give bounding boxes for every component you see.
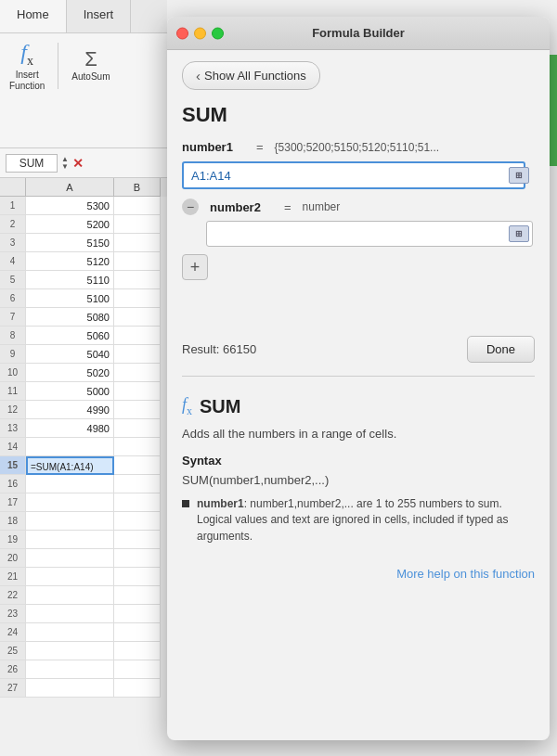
cell-a17[interactable] xyxy=(26,493,114,512)
cell-a7[interactable]: 5080 xyxy=(26,308,114,327)
cell-b15[interactable] xyxy=(114,456,161,475)
cell-a23[interactable] xyxy=(26,605,114,623)
cancel-formula-button[interactable]: ✕ xyxy=(72,156,84,171)
row-number: 3 xyxy=(0,234,26,252)
done-button[interactable]: Done xyxy=(467,336,535,363)
cell-a11[interactable]: 5000 xyxy=(26,382,114,401)
table-row: 3 5150 xyxy=(0,234,167,252)
bullet-text-1: number1: number1,number2,... are 1 to 25… xyxy=(197,496,535,545)
cell-a19[interactable] xyxy=(26,531,114,549)
cell-b9[interactable] xyxy=(114,345,161,364)
cell-b3[interactable] xyxy=(114,234,161,252)
cell-a8[interactable]: 5060 xyxy=(26,327,114,345)
cell-b1[interactable] xyxy=(114,197,161,215)
row-number: 1 xyxy=(0,197,26,215)
tab-insert[interactable]: Insert xyxy=(67,0,132,32)
cell-a18[interactable] xyxy=(26,512,114,531)
row-number: 19 xyxy=(0,531,26,549)
cell-a10[interactable]: 5020 xyxy=(26,364,114,382)
table-row: 10 5020 xyxy=(0,364,167,382)
grid-column-headers: A B xyxy=(0,178,167,197)
help-function-title: fx SUM xyxy=(182,395,535,418)
cell-a20[interactable] xyxy=(26,549,114,568)
dialog-titlebar: Formula Builder xyxy=(167,17,550,50)
cell-a24[interactable] xyxy=(26,623,114,642)
cell-b10[interactable] xyxy=(114,364,161,382)
cell-ref-icon-symbol-2: ⊞ xyxy=(515,229,523,238)
fx-help-icon: fx xyxy=(182,395,192,418)
row-number: 26 xyxy=(0,660,26,679)
arg1-input[interactable] xyxy=(182,161,525,189)
show-all-functions-button[interactable]: Show All Functions xyxy=(182,61,320,90)
cell-a1[interactable]: 5300 xyxy=(26,197,114,215)
cell-b6[interactable] xyxy=(114,289,161,308)
arg2-input-wrapper: ⊞ xyxy=(206,221,535,247)
cell-name-display: SUM xyxy=(6,154,58,173)
cell-a2[interactable]: 5200 xyxy=(26,215,114,234)
cell-b11[interactable] xyxy=(114,382,161,401)
table-row: 7 5080 xyxy=(0,308,167,327)
cell-arrows[interactable]: ▲▼ xyxy=(61,156,69,171)
cell-b5[interactable] xyxy=(114,271,161,289)
table-row: 8 5060 xyxy=(0,327,167,345)
formula-builder-dialog: Formula Builder Show All Functions SUM n… xyxy=(167,17,550,740)
cell-a22[interactable] xyxy=(26,586,114,605)
insert-function-button[interactable]: fx InsertFunction xyxy=(9,41,45,92)
table-row: 14 xyxy=(0,438,167,456)
table-row: 16 xyxy=(0,475,167,493)
arg1-cell-ref-icon[interactable]: ⊞ xyxy=(509,167,529,184)
cell-b7[interactable] xyxy=(114,308,161,327)
cell-a3[interactable]: 5150 xyxy=(26,234,114,252)
cell-a15-formula[interactable]: =SUM(A1:A14) xyxy=(26,456,114,475)
cell-b12[interactable] xyxy=(114,401,161,419)
arg2-equals: = xyxy=(284,200,291,214)
cell-a14[interactable] xyxy=(26,438,114,456)
tab-home[interactable]: Home xyxy=(0,0,67,32)
cell-a16[interactable] xyxy=(26,475,114,493)
window-controls xyxy=(176,27,224,39)
cell-a21[interactable] xyxy=(26,568,114,586)
close-button[interactable] xyxy=(176,27,188,39)
help-description: Adds all the numbers in a range of cells… xyxy=(182,426,535,442)
minimize-button[interactable] xyxy=(194,27,206,39)
row-number: 18 xyxy=(0,512,26,531)
toolbar-divider-1 xyxy=(58,43,58,89)
row-number: 16 xyxy=(0,475,26,493)
sigma-icon: Σ xyxy=(84,49,97,70)
table-row: 27 xyxy=(0,679,167,698)
remove-arg-button[interactable]: − xyxy=(182,199,199,215)
cell-a12[interactable]: 4990 xyxy=(26,401,114,419)
cell-b2[interactable] xyxy=(114,215,161,234)
cell-a26[interactable] xyxy=(26,660,114,679)
cell-a4[interactable]: 5120 xyxy=(26,252,114,271)
cell-a27[interactable] xyxy=(26,679,114,698)
cell-b13[interactable] xyxy=(114,419,161,438)
more-help-link[interactable]: More help on this function xyxy=(396,567,535,581)
row-number: 23 xyxy=(0,605,26,623)
add-argument-button[interactable]: + xyxy=(182,254,208,280)
row-number: 15 xyxy=(0,456,26,475)
table-row: 12 4990 xyxy=(0,401,167,419)
dialog-body: Show All Functions SUM number1 = {5300;5… xyxy=(167,50,550,570)
table-row: 19 xyxy=(0,531,167,549)
cell-b8[interactable] xyxy=(114,327,161,345)
cell-a5[interactable]: 5110 xyxy=(26,271,114,289)
arg2-cell-ref-icon[interactable]: ⊞ xyxy=(509,225,529,242)
row-number: 8 xyxy=(0,327,26,345)
cell-b14[interactable] xyxy=(114,438,161,456)
row-number: 24 xyxy=(0,623,26,642)
table-row: 11 5000 xyxy=(0,382,167,401)
table-row: 2 5200 xyxy=(0,215,167,234)
autosum-button[interactable]: Σ AutoSum xyxy=(71,49,110,83)
row-number: 22 xyxy=(0,586,26,605)
cell-b4[interactable] xyxy=(114,252,161,271)
arg2-input[interactable] xyxy=(206,221,533,247)
maximize-button[interactable] xyxy=(212,27,224,39)
cell-a9[interactable]: 5040 xyxy=(26,345,114,364)
cell-a6[interactable]: 5100 xyxy=(26,289,114,308)
arg1-equals: = xyxy=(256,140,264,154)
cell-a13[interactable]: 4980 xyxy=(26,419,114,438)
cell-a25[interactable] xyxy=(26,642,114,660)
row-number: 11 xyxy=(0,382,26,401)
row-number: 27 xyxy=(0,679,26,698)
